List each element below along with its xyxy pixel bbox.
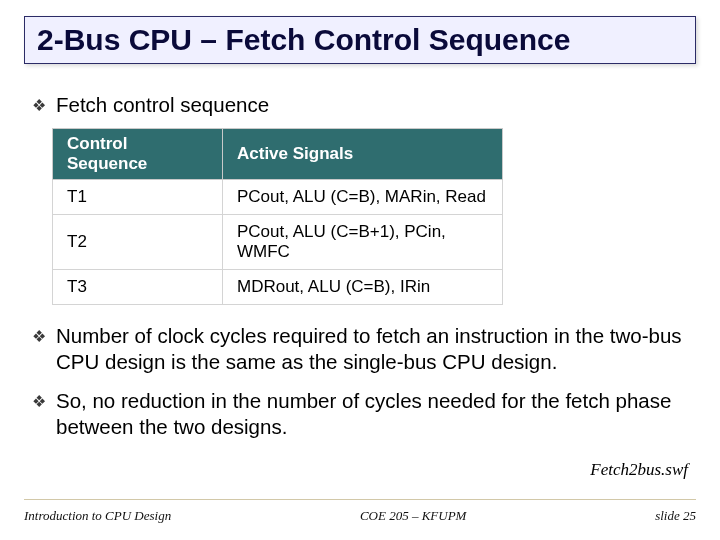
title-box: 2-Bus CPU – Fetch Control Sequence [24,16,696,64]
table-header-cell: Control Sequence [53,129,223,180]
bullet-text: Number of clock cycles required to fetch… [56,323,688,375]
step-cell: T3 [53,270,223,305]
diamond-bullet-icon: ❖ [32,392,46,412]
control-sequence-table: Control Sequence Active Signals T1 PCout… [52,128,503,305]
table-row: T3 MDRout, ALU (C=B), IRin [53,270,503,305]
page-title: 2-Bus CPU – Fetch Control Sequence [37,23,683,57]
footer-center: COE 205 – KFUPM [360,508,467,524]
signals-cell: PCout, ALU (C=B+1), PCin, WMFC [223,215,503,270]
signals-cell: MDRout, ALU (C=B), IRin [223,270,503,305]
bullet-text: So, no reduction in the number of cycles… [56,388,688,440]
table-row: T1 PCout, ALU (C=B), MARin, Read [53,180,503,215]
footer: Introduction to CPU Design COE 205 – KFU… [24,508,696,524]
footer-divider [24,499,696,500]
bullet-item: ❖ Fetch control sequence [32,92,688,118]
diamond-bullet-icon: ❖ [32,327,46,347]
footer-left: Introduction to CPU Design [24,508,171,524]
swf-filename-label: Fetch2bus.swf [590,460,688,480]
diamond-bullet-icon: ❖ [32,96,46,116]
bullet-text: Fetch control sequence [56,92,688,118]
table-header-cell: Active Signals [223,129,503,180]
table-row: T2 PCout, ALU (C=B+1), PCin, WMFC [53,215,503,270]
step-cell: T1 [53,180,223,215]
footer-right: slide 25 [655,508,696,524]
bullet-item: ❖ Number of clock cycles required to fet… [32,323,688,375]
table-header-row: Control Sequence Active Signals [53,129,503,180]
content-area: ❖ Fetch control sequence Control Sequenc… [0,72,720,440]
signals-cell: PCout, ALU (C=B), MARin, Read [223,180,503,215]
step-cell: T2 [53,215,223,270]
bullet-item: ❖ So, no reduction in the number of cycl… [32,388,688,440]
